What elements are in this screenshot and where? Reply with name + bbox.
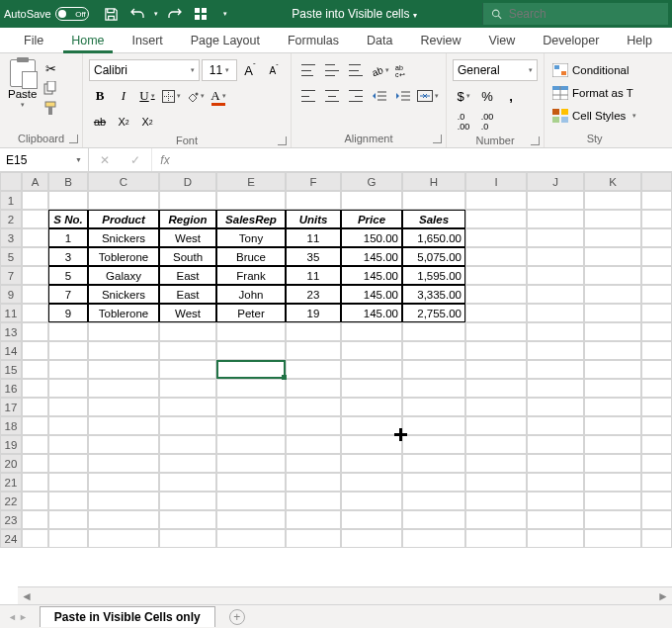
cell[interactable] [341, 492, 402, 510]
tab-review[interactable]: Review [406, 28, 474, 52]
cell[interactable]: Peter [216, 304, 286, 322]
cell[interactable] [48, 416, 88, 435]
cell[interactable] [527, 492, 584, 510]
cell[interactable] [22, 360, 48, 379]
row-header[interactable]: 5 [0, 247, 22, 266]
cell[interactable]: 3 [48, 247, 88, 266]
row-header[interactable]: 3 [0, 228, 22, 247]
col-header[interactable]: I [465, 172, 527, 191]
cell[interactable] [584, 529, 641, 548]
cell[interactable] [584, 191, 641, 210]
cell[interactable]: Region [159, 210, 216, 228]
fill-color-button[interactable] [184, 85, 206, 107]
row-header[interactable]: 20 [0, 454, 22, 473]
cell[interactable] [48, 341, 88, 360]
cell[interactable] [465, 492, 527, 510]
cell[interactable] [465, 322, 527, 341]
cell[interactable] [216, 360, 286, 379]
row-header[interactable]: 9 [0, 285, 22, 304]
paste-button[interactable]: Paste ▾ [6, 55, 39, 109]
row-header[interactable]: 14 [0, 341, 22, 360]
bold-button[interactable]: B [89, 85, 111, 107]
cell[interactable] [286, 454, 341, 473]
cell[interactable] [88, 435, 159, 454]
cell[interactable] [584, 398, 641, 416]
grid-icon[interactable] [192, 5, 210, 23]
col-header[interactable]: A [22, 172, 48, 191]
cell[interactable] [584, 247, 641, 266]
cell[interactable]: Bruce [216, 247, 286, 266]
cell[interactable]: West [159, 228, 216, 247]
cell[interactable] [402, 510, 465, 529]
cell[interactable] [88, 322, 159, 341]
cell[interactable] [584, 473, 641, 492]
cell[interactable]: Units [286, 210, 341, 228]
cell[interactable] [22, 435, 48, 454]
cell[interactable]: 7 [48, 285, 88, 304]
cell[interactable]: Galaxy [88, 266, 159, 285]
cell[interactable] [465, 247, 527, 266]
cell[interactable] [527, 341, 584, 360]
cell[interactable] [584, 454, 641, 473]
search-box[interactable] [482, 3, 668, 25]
cell[interactable]: 150.00 [341, 228, 402, 247]
cell[interactable] [527, 529, 584, 548]
cell[interactable] [527, 228, 584, 247]
decrease-indent[interactable] [369, 85, 390, 107]
cell[interactable] [216, 435, 286, 454]
cell[interactable]: South [159, 247, 216, 266]
cell[interactable]: 23 [286, 285, 341, 304]
row-header[interactable]: 13 [0, 322, 22, 341]
row-header[interactable]: 15 [0, 360, 22, 379]
cell[interactable] [527, 210, 584, 228]
cell[interactable]: SalesRep [216, 210, 286, 228]
cell[interactable] [22, 398, 48, 416]
cell[interactable] [88, 510, 159, 529]
cell[interactable] [527, 416, 584, 435]
cell[interactable] [584, 510, 641, 529]
cell[interactable] [584, 416, 641, 435]
cell[interactable] [88, 473, 159, 492]
cell[interactable] [402, 341, 465, 360]
cell[interactable]: Price [341, 210, 402, 228]
cell[interactable] [341, 360, 402, 379]
wrap-text-button[interactable]: abc↩ [392, 59, 414, 81]
cell[interactable]: Toblerone [88, 247, 159, 266]
cell[interactable] [527, 322, 584, 341]
cell[interactable] [22, 210, 48, 228]
orientation-button[interactable]: ab [369, 59, 390, 81]
cell[interactable] [22, 454, 48, 473]
cell[interactable]: Product [88, 210, 159, 228]
cell[interactable] [48, 492, 88, 510]
cell[interactable] [22, 492, 48, 510]
cell[interactable]: 1 [48, 228, 88, 247]
cell[interactable] [216, 398, 286, 416]
autosave-toggle[interactable]: AutoSave Off [4, 7, 89, 21]
cut-icon[interactable]: ✂ [42, 59, 59, 77]
font-name-select[interactable]: Calibri▾ [89, 59, 200, 81]
cell[interactable] [286, 435, 341, 454]
row-header[interactable]: 1 [0, 191, 22, 210]
cell[interactable] [22, 266, 48, 285]
cell[interactable]: East [159, 285, 216, 304]
comma-format[interactable]: , [500, 85, 522, 107]
cell[interactable]: 11 [286, 228, 341, 247]
align-right[interactable] [345, 85, 367, 107]
cell[interactable] [465, 360, 527, 379]
cell[interactable]: Sales [402, 210, 465, 228]
search-input[interactable] [509, 7, 660, 21]
accounting-format[interactable]: $ [453, 85, 474, 107]
cell[interactable] [88, 398, 159, 416]
decrease-decimal[interactable]: .00.0 [476, 111, 498, 133]
cell[interactable] [584, 266, 641, 285]
cell[interactable] [286, 529, 341, 548]
redo-icon[interactable] [166, 5, 184, 23]
cell[interactable] [402, 416, 465, 435]
cell[interactable] [216, 416, 286, 435]
increase-font-size[interactable]: Aˆ [239, 59, 261, 81]
cell[interactable]: John [216, 285, 286, 304]
sheet-nav-prev[interactable]: ► [19, 612, 28, 622]
row-header[interactable]: 24 [0, 529, 22, 548]
cell[interactable] [286, 398, 341, 416]
cell[interactable] [48, 379, 88, 398]
